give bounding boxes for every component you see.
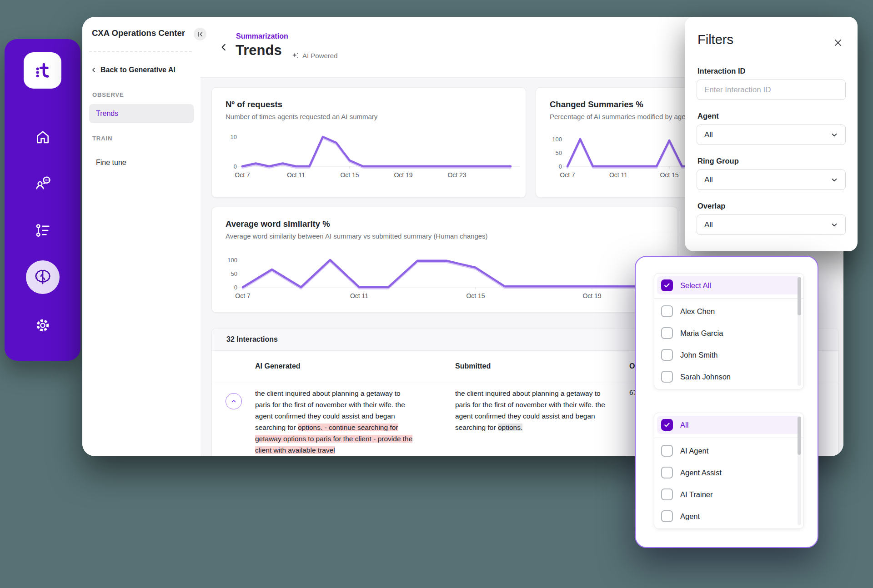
svg-text:Oct 15: Oct 15 <box>660 171 678 179</box>
option-label: Agent Assist <box>680 468 722 477</box>
field-label: Overlap <box>697 202 846 210</box>
sidebar-divider <box>89 51 192 52</box>
ai-generated-summary-cell: the client inquired about planning a get… <box>255 388 415 456</box>
svg-text:100: 100 <box>552 136 562 143</box>
collapse-icon <box>197 31 203 37</box>
svg-text:100: 100 <box>227 257 237 264</box>
scrollbar[interactable] <box>798 416 801 525</box>
ai-sparkle-icon <box>291 52 299 60</box>
operations-sidebar: CXA Operations Center Back to Generative… <box>82 17 201 456</box>
sidebar-item-trends[interactable]: Trends <box>89 104 194 123</box>
field-label: Interaction ID <box>697 67 846 75</box>
svg-text:0: 0 <box>559 163 562 170</box>
chevron-down-icon <box>831 131 838 139</box>
svg-text:Oct 23: Oct 23 <box>447 171 466 179</box>
chart-card-word-similarity: Average word similarity % Average word s… <box>211 207 678 313</box>
workflows-list-icon[interactable] <box>34 221 52 239</box>
option-agent[interactable]: Agent <box>657 507 801 525</box>
option-select-all[interactable]: Select All <box>657 276 801 294</box>
list-divider <box>654 438 803 438</box>
svg-text:Oct 19: Oct 19 <box>394 171 412 179</box>
checkbox[interactable] <box>661 467 673 478</box>
option-label: AI Trainer <box>680 490 713 499</box>
screen: CXA Operations Center Back to Generative… <box>0 0 873 588</box>
agent-select[interactable]: All <box>697 125 846 145</box>
option-label: AI Agent <box>680 447 708 455</box>
submitted-summary-cell: the client inquired about planning a get… <box>455 388 615 433</box>
breadcrumb: Summarization <box>236 32 288 40</box>
option-ai-trainer[interactable]: AI Trainer <box>657 485 801 503</box>
changed-summaries-line-chart: Oct 7Oct 11Oct 15050100 <box>539 131 689 185</box>
chevron-down-icon <box>831 221 838 229</box>
sidebar-item-fine-tune[interactable]: Fine tune <box>89 153 194 172</box>
row-collapse-button[interactable] <box>226 393 242 409</box>
scrollbar-thumb[interactable] <box>798 417 801 455</box>
checkbox[interactable] <box>661 349 673 361</box>
overlap-select[interactable]: All <box>697 214 846 235</box>
role-checkbox-list: All AI Agent Agent Assist AI Trainer <box>654 413 804 529</box>
home-icon[interactable] <box>34 128 52 146</box>
interaction-id-input[interactable] <box>697 80 846 100</box>
checkbox[interactable] <box>661 419 673 431</box>
back-link-label: Back to Generative AI <box>100 66 176 74</box>
scrollbar-thumb[interactable] <box>798 277 801 315</box>
chart-title: Changed Summaries % <box>550 100 676 110</box>
option-label: Select All <box>680 281 711 290</box>
sidebar-collapse-button[interactable] <box>194 28 206 40</box>
back-button[interactable] <box>220 43 228 51</box>
chevron-up-icon <box>230 398 237 405</box>
option-sarah-johnson[interactable]: Sarah Johnson <box>657 368 801 386</box>
option-label: All <box>680 421 688 429</box>
section-heading-observe: OBSERVE <box>92 91 124 98</box>
filter-field-agent: Agent All <box>697 112 846 145</box>
checkbox[interactable] <box>661 327 673 339</box>
svg-text:0: 0 <box>234 284 237 291</box>
checkbox[interactable] <box>661 371 673 383</box>
chart-card-changed-summaries: Changed Summaries % Percentage of AI sum… <box>536 87 690 198</box>
option-agent-assist[interactable]: Agent Assist <box>657 463 801 482</box>
chevron-down-icon <box>831 176 838 184</box>
svg-text:Oct 7: Oct 7 <box>235 292 251 299</box>
checkbox[interactable] <box>661 305 673 317</box>
option-alex-chen[interactable]: Alex Chen <box>657 302 801 320</box>
svg-text:Oct 19: Oct 19 <box>582 292 601 299</box>
back-to-generative-ai-link[interactable]: Back to Generative AI <box>91 66 176 74</box>
scrollbar[interactable] <box>798 277 801 386</box>
sidebar-title: CXA Operations Center <box>92 28 185 38</box>
selected-value: All <box>704 175 713 184</box>
checkbox[interactable] <box>661 279 673 291</box>
option-maria-garcia[interactable]: Maria Garcia <box>657 324 801 342</box>
filter-options-popover: Select All Alex Chen Maria Garcia John S <box>635 256 818 548</box>
page-title: Trends <box>236 42 282 59</box>
chart-title: Nº of requests <box>226 100 512 110</box>
chart-subtitle: Percentage of AI summaries modified by a… <box>550 113 676 120</box>
selected-value: All <box>704 220 713 229</box>
svg-text:50: 50 <box>556 149 562 156</box>
requests-line-chart: Oct 7Oct 11Oct 15Oct 19Oct 23010 <box>216 131 522 185</box>
chart-card-requests: Nº of requests Number of times agents re… <box>211 87 526 198</box>
option-ai-agent[interactable]: AI Agent <box>657 442 801 460</box>
close-icon[interactable] <box>832 37 844 49</box>
agents-conversation-icon[interactable] <box>34 174 52 192</box>
checkbox[interactable] <box>661 510 673 522</box>
chevron-left-icon <box>91 67 96 73</box>
option-john-smith[interactable]: John Smith <box>657 346 801 364</box>
checkbox[interactable] <box>661 445 673 457</box>
chart-subtitle: Number of times agents requested an AI s… <box>226 113 512 120</box>
talkdesk-logo[interactable] <box>24 52 61 89</box>
ring-group-select[interactable]: All <box>697 169 846 190</box>
field-label: Ring Group <box>697 157 846 165</box>
app-nav-rail <box>5 39 80 361</box>
svg-text:Oct 7: Oct 7 <box>235 171 250 179</box>
svg-text:Oct 11: Oct 11 <box>287 171 305 179</box>
interactions-count-label: 32 Interactions <box>226 335 278 344</box>
column-header-submitted: Submitted <box>455 351 491 382</box>
filters-title: Filters <box>697 32 846 47</box>
option-label: John Smith <box>680 351 718 359</box>
generative-ai-icon-active[interactable] <box>26 260 60 294</box>
settings-gear-icon[interactable] <box>34 316 52 334</box>
checkbox[interactable] <box>661 488 673 500</box>
option-label: Alex Chen <box>680 307 715 316</box>
option-all[interactable]: All <box>657 416 801 434</box>
chart-title: Average word similarity % <box>226 219 664 229</box>
